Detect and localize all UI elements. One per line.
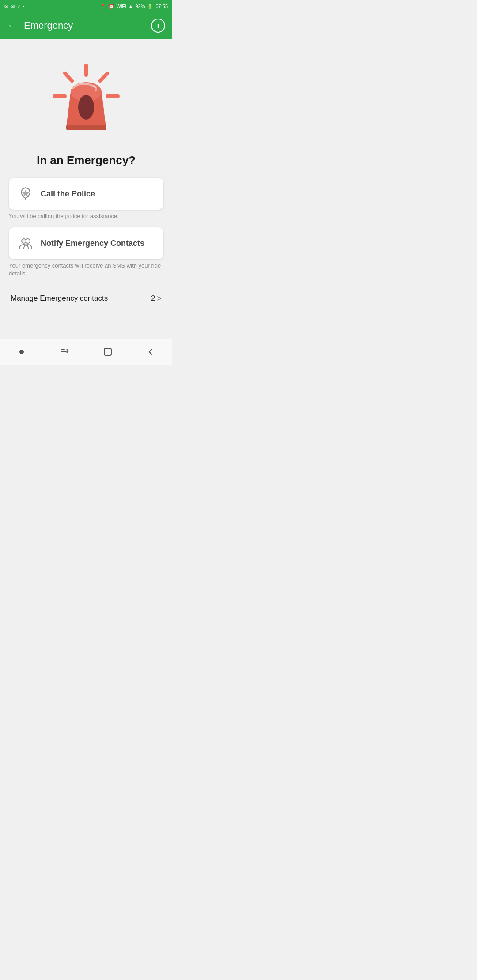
svg-rect-7 <box>66 125 106 130</box>
alarm-icon: ⏰ <box>108 4 114 9</box>
manage-contacts-count: 2 <box>151 294 155 303</box>
battery-icon: 🔋 <box>147 4 153 9</box>
nav-back[interactable] <box>140 343 162 361</box>
manage-contacts-label: Manage Emergency contacts <box>11 294 108 303</box>
svg-line-1 <box>65 73 72 81</box>
info-icon: i <box>157 22 159 30</box>
contacts-icon <box>18 235 34 251</box>
svg-line-2 <box>100 73 107 81</box>
status-left-icons: ✉ ✉ ✓ · <box>4 4 24 9</box>
signal-icon: ▲ <box>129 4 133 9</box>
svg-rect-13 <box>61 351 67 352</box>
police-icon <box>18 186 34 202</box>
hero-title: In an Emergency? <box>9 154 163 167</box>
circle-nav-icon <box>16 347 27 357</box>
battery-text: 92% <box>135 4 145 9</box>
call-police-label: Call the Police <box>41 189 95 199</box>
location-icon: 📍 <box>100 4 106 9</box>
chevron-right-icon: > <box>157 294 162 303</box>
nav-recent[interactable] <box>53 343 76 361</box>
notify-contacts-button[interactable]: Notify Emergency Contacts <box>9 227 163 259</box>
siren-svg <box>42 57 130 145</box>
notify-contacts-card[interactable]: Notify Emergency Contacts <box>9 227 163 259</box>
notify-contacts-label: Notify Emergency Contacts <box>41 239 144 248</box>
call-police-card[interactable]: Call the Police <box>9 178 163 210</box>
svg-point-6 <box>78 95 94 120</box>
gmail-icon: ✉ <box>4 4 8 9</box>
status-bar: ✉ ✉ ✓ · 📍 ⏰ WiFi ▲ 92% 🔋 07:55 <box>0 0 172 12</box>
manage-contacts-row[interactable]: Manage Emergency contacts 2 > <box>9 285 163 312</box>
call-police-button[interactable]: Call the Police <box>9 178 163 210</box>
nav-square[interactable] <box>97 343 119 361</box>
dot-icon: · <box>23 4 24 9</box>
svg-point-10 <box>22 239 26 243</box>
app-bar-title: Emergency <box>24 20 151 31</box>
people-svg <box>18 235 34 251</box>
call-police-desc: You will be calling the police for assis… <box>9 212 163 220</box>
app-bar: ← Emergency i <box>0 12 172 39</box>
manage-contacts-right: 2 > <box>151 294 162 303</box>
bottom-nav <box>0 339 172 365</box>
back-nav-icon <box>145 347 156 357</box>
main-content: In an Emergency? Call the Police You wil… <box>0 39 172 312</box>
info-button[interactable]: i <box>151 19 165 33</box>
svg-rect-8 <box>25 198 26 200</box>
check-icon: ✓ <box>17 4 21 9</box>
notify-contacts-desc: Your emergency contacts will receive an … <box>9 262 163 278</box>
svg-rect-15 <box>104 348 111 355</box>
siren-illustration <box>9 48 163 149</box>
svg-rect-14 <box>61 354 65 354</box>
status-right-icons: 📍 ⏰ WiFi ▲ 92% 🔋 07:55 <box>100 4 168 9</box>
recent-nav-icon <box>59 347 70 357</box>
time-display: 07:55 <box>155 4 168 9</box>
police-badge-svg <box>18 186 34 202</box>
gmail2-icon: ✉ <box>11 4 15 9</box>
nav-home-dot[interactable] <box>11 343 33 361</box>
svg-rect-12 <box>61 349 65 350</box>
svg-point-11 <box>19 350 24 354</box>
wifi-icon: WiFi <box>117 4 126 9</box>
square-nav-icon <box>102 347 113 357</box>
back-button[interactable]: ← <box>7 21 17 30</box>
